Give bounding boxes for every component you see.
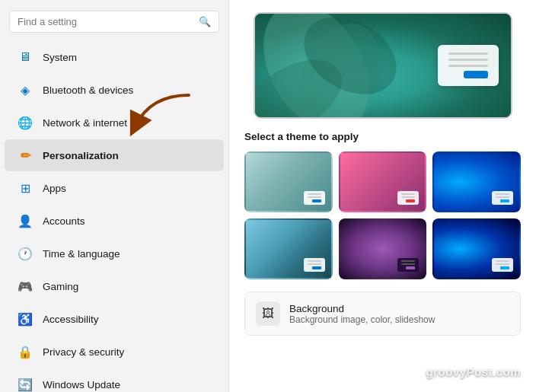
- preview-line-3: [448, 65, 488, 67]
- mini-card-5: [397, 258, 419, 272]
- sidebar-item-bluetooth[interactable]: ◈Bluetooth & devices: [5, 74, 224, 106]
- time-icon: 🕐: [17, 245, 34, 262]
- personalization-icon: ✏: [17, 147, 34, 164]
- theme-item-5[interactable]: [339, 218, 427, 279]
- sidebar-label-personalization: Personalization: [43, 150, 119, 161]
- preview-card: [438, 45, 499, 86]
- background-subtitle: Background image, color, slideshow: [289, 314, 435, 325]
- apps-icon: ⊞: [17, 180, 34, 196]
- theme-item-3[interactable]: [432, 151, 521, 212]
- gaming-icon: 🎮: [17, 278, 34, 295]
- theme-item-1[interactable]: [244, 151, 333, 212]
- sidebar-item-personalization[interactable]: ✏Personalization: [5, 139, 224, 171]
- theme-item-2[interactable]: [339, 151, 427, 212]
- sidebar-label-time: Time & language: [43, 248, 120, 260]
- preview-line-1: [448, 53, 488, 55]
- theme-item-6[interactable]: [432, 218, 521, 279]
- mini-card-3: [492, 191, 513, 205]
- mini-card-1: [304, 191, 325, 205]
- sidebar-label-network: Network & internet: [43, 117, 127, 129]
- sidebar-item-time[interactable]: 🕐Time & language: [5, 237, 224, 269]
- mini-card-4: [304, 258, 325, 272]
- theme-preview-window: [254, 12, 512, 119]
- sidebar-item-apps[interactable]: ⊞Apps: [5, 172, 224, 204]
- background-icon: 🖼: [256, 301, 280, 326]
- mini-card-6: [492, 258, 513, 272]
- search-bar[interactable]: 🔍: [9, 11, 219, 33]
- mini-card-2: [397, 191, 419, 205]
- network-icon: 🌐: [17, 114, 34, 131]
- sidebar-item-accessibility[interactable]: ♿Accessibility: [5, 303, 224, 335]
- watermark: groovyPost.com: [426, 365, 521, 378]
- preview-btn: [464, 71, 488, 78]
- preview-line-2: [448, 59, 488, 61]
- main-content: Select a theme to apply: [228, 0, 536, 392]
- themes-section-title: Select a theme to apply: [244, 131, 521, 142]
- themes-grid: [244, 151, 521, 279]
- search-icon: 🔍: [199, 16, 211, 27]
- sidebar-item-gaming[interactable]: 🎮Gaming: [5, 270, 224, 302]
- privacy-icon: 🔒: [17, 343, 34, 360]
- accounts-icon: 👤: [17, 212, 34, 229]
- sidebar-label-bluetooth: Bluetooth & devices: [43, 84, 133, 96]
- nav-list: 🖥System◈Bluetooth & devices🌐Network & in…: [0, 40, 228, 392]
- sidebar-label-privacy: Privacy & security: [43, 346, 124, 358]
- sidebar-label-apps: Apps: [43, 183, 66, 194]
- sidebar-label-accounts: Accounts: [43, 215, 85, 227]
- theme-item-4[interactable]: [244, 218, 333, 279]
- update-icon: 🔄: [17, 376, 34, 392]
- system-icon: 🖥: [17, 49, 34, 65]
- sidebar: 🔍 🖥System◈Bluetooth & devices🌐Network & …: [0, 0, 228, 392]
- bluetooth-icon: ◈: [17, 81, 34, 98]
- sidebar-label-system: System: [43, 52, 77, 63]
- sidebar-item-network[interactable]: 🌐Network & internet: [5, 107, 224, 139]
- sidebar-label-accessibility: Accessibility: [43, 314, 99, 325]
- sidebar-label-gaming: Gaming: [43, 281, 78, 292]
- sidebar-label-update: Windows Update: [43, 379, 120, 390]
- sidebar-item-accounts[interactable]: 👤Accounts: [5, 205, 224, 237]
- sidebar-item-system[interactable]: 🖥System: [5, 41, 224, 73]
- sidebar-item-privacy[interactable]: 🔒Privacy & security: [5, 336, 224, 368]
- background-title: Background: [289, 303, 435, 314]
- sidebar-item-update[interactable]: 🔄Windows Update: [5, 368, 224, 392]
- background-section[interactable]: 🖼 Background Background image, color, sl…: [244, 292, 521, 336]
- background-text: Background Background image, color, slid…: [289, 303, 435, 325]
- accessibility-icon: ♿: [17, 311, 34, 327]
- search-input[interactable]: [18, 16, 199, 27]
